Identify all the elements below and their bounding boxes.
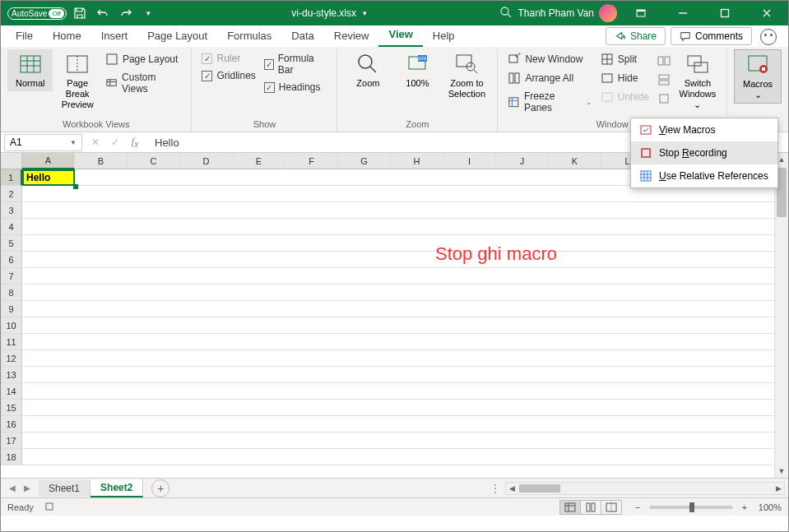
menu-relative-references[interactable]: Use Relative References — [631, 164, 777, 187]
column-header[interactable]: C — [128, 153, 180, 169]
zoom-in-button[interactable]: + — [739, 502, 750, 512]
headings-checkbox[interactable]: ✓Headings — [261, 80, 331, 95]
zoom-out-button[interactable]: − — [632, 502, 643, 512]
vertical-scrollbar[interactable]: ▲▼ — [774, 153, 788, 478]
zoom-button[interactable]: Zoom — [344, 49, 392, 91]
minimize-button[interactable] — [664, 1, 701, 25]
zoom-selection-button[interactable]: Zoom to Selection — [443, 49, 490, 102]
normal-view-icon[interactable] — [559, 500, 581, 515]
tab-home[interactable]: Home — [43, 26, 91, 47]
hide-button[interactable]: Hide — [597, 70, 652, 86]
row-header[interactable]: 12 — [1, 350, 22, 367]
sync-scroll-button[interactable] — [654, 72, 674, 88]
column-header[interactable]: F — [285, 153, 338, 169]
row-header[interactable]: 13 — [1, 367, 22, 383]
normal-view-button[interactable]: Normal — [7, 49, 53, 91]
row-header[interactable]: 14 — [1, 383, 22, 400]
tab-review[interactable]: Review — [324, 26, 379, 47]
zoom-level[interactable]: 100% — [759, 502, 782, 512]
row-header[interactable]: 3 — [1, 202, 22, 219]
arrange-all-button[interactable]: Arrange All — [504, 70, 595, 86]
column-header[interactable]: E — [233, 153, 285, 169]
search-icon[interactable] — [499, 6, 513, 21]
tab-file[interactable]: File — [6, 26, 43, 47]
user-name[interactable]: Thanh Pham Van — [517, 7, 594, 19]
tab-help[interactable]: Help — [423, 26, 465, 47]
share-button[interactable]: Share — [606, 27, 666, 45]
row-header[interactable]: 18 — [1, 449, 22, 465]
freeze-panes-button[interactable]: Freeze Panes⌄ — [504, 89, 595, 115]
fill-handle[interactable] — [73, 184, 78, 189]
column-header[interactable]: K — [549, 153, 601, 169]
column-header[interactable]: G — [338, 153, 391, 169]
feedback-icon[interactable] — [760, 29, 777, 45]
split-button[interactable]: Split — [597, 51, 652, 67]
page-layout-view-icon[interactable] — [580, 500, 601, 515]
row-header[interactable]: 10 — [1, 317, 22, 334]
row-header[interactable]: 4 — [1, 219, 22, 235]
gridlines-checkbox[interactable]: ✓Gridlines — [198, 68, 258, 83]
view-side-by-side-button[interactable] — [654, 53, 674, 69]
tab-insert[interactable]: Insert — [91, 26, 138, 47]
row-header[interactable]: 5 — [1, 235, 22, 252]
file-dropdown-icon[interactable]: ▾ — [363, 9, 367, 17]
record-macro-status-icon[interactable] — [44, 501, 55, 514]
menu-stop-recording[interactable]: Stop Recording — [631, 141, 777, 164]
macros-button[interactable]: Macros⌄ — [734, 49, 782, 104]
save-icon[interactable] — [70, 3, 90, 23]
page-layout-button[interactable]: Page Layout — [102, 51, 185, 67]
row-header[interactable]: 9 — [1, 301, 22, 317]
tab-page-layout[interactable]: Page Layout — [137, 26, 217, 47]
row-header[interactable]: 7 — [1, 268, 22, 285]
sheet-tab-1[interactable]: Sheet1 — [39, 480, 91, 497]
cell-area[interactable]: Hello — [22, 169, 774, 478]
sheet-tab-2[interactable]: Sheet2 — [91, 479, 143, 497]
pagebreak-button[interactable]: Page Break Preview — [54, 49, 100, 113]
user-avatar[interactable] — [599, 4, 617, 22]
custom-views-button[interactable]: Custom Views — [102, 70, 185, 96]
row-header[interactable]: 2 — [1, 186, 22, 202]
row-header[interactable]: 1 — [1, 169, 22, 186]
sheet-nav-next-icon[interactable]: ▶ — [21, 483, 34, 493]
name-box[interactable]: A1▼ — [4, 134, 82, 151]
column-header[interactable]: I — [443, 153, 496, 169]
autosave-toggle[interactable]: AutoSave Off — [7, 7, 67, 20]
row-header[interactable]: 11 — [1, 334, 22, 350]
cell-a1[interactable]: Hello — [22, 169, 75, 186]
add-sheet-button[interactable]: + — [151, 479, 169, 497]
ribbon-display-icon[interactable] — [622, 1, 659, 25]
tab-view[interactable]: View — [378, 25, 422, 47]
maximize-button[interactable] — [706, 1, 743, 25]
pagebreak-view-icon[interactable] — [601, 500, 622, 515]
row-header[interactable]: 16 — [1, 416, 22, 433]
select-all-corner[interactable] — [1, 153, 22, 169]
column-header[interactable]: H — [391, 153, 443, 169]
row-header[interactable]: 17 — [1, 433, 22, 449]
switch-windows-button[interactable]: Switch Windows ⌄ — [675, 49, 720, 113]
insert-function-icon[interactable]: fx — [127, 136, 143, 149]
row-header[interactable]: 6 — [1, 252, 22, 268]
undo-icon[interactable] — [93, 3, 113, 23]
row-header[interactable]: 8 — [1, 285, 22, 301]
zoom-100-button[interactable]: 100100% — [393, 49, 441, 91]
row-header[interactable]: 15 — [1, 400, 22, 416]
qat-customize-icon[interactable]: ▾ — [139, 3, 159, 23]
column-header[interactable]: D — [180, 153, 233, 169]
cancel-formula-icon[interactable]: ✕ — [87, 136, 104, 148]
horizontal-scrollbar[interactable]: ◀▶ — [505, 482, 785, 495]
column-header[interactable]: A — [22, 153, 75, 169]
tab-data[interactable]: Data — [281, 26, 323, 47]
column-header[interactable]: B — [75, 153, 128, 169]
redo-icon[interactable] — [116, 3, 136, 23]
close-button[interactable] — [748, 1, 785, 25]
sheet-nav-prev-icon[interactable]: ◀ — [6, 483, 19, 493]
menu-view-macros[interactable]: View Macros — [631, 118, 777, 141]
formulabar-checkbox[interactable]: ✓Formula Bar — [261, 51, 331, 77]
enter-formula-icon[interactable]: ✓ — [107, 136, 123, 148]
new-window-button[interactable]: +New Window — [504, 51, 595, 67]
zoom-slider[interactable] — [650, 506, 732, 509]
column-header[interactable]: J — [496, 153, 549, 169]
reset-window-button[interactable] — [654, 90, 674, 107]
tab-formulas[interactable]: Formulas — [217, 26, 281, 47]
comments-button[interactable]: Comments — [671, 27, 752, 45]
